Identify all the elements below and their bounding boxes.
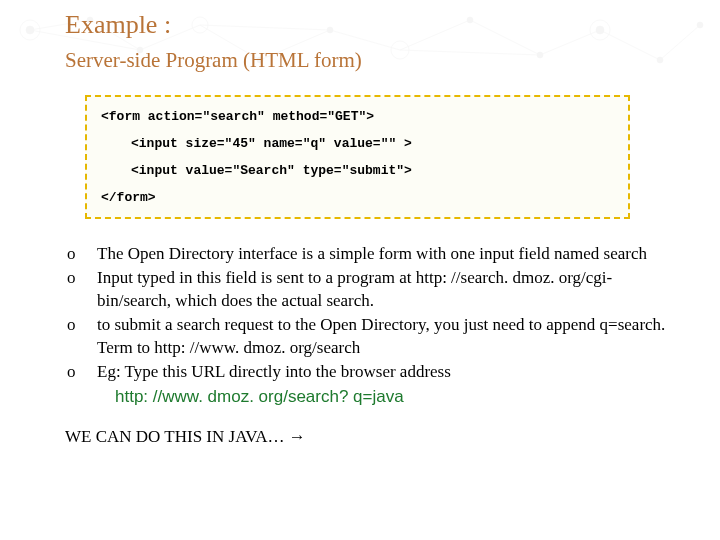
bullet-marker: o bbox=[65, 243, 97, 266]
subheading: Server-side Program (HTML form) bbox=[65, 48, 670, 73]
bullet-text-3: to submit a search request to the Open D… bbox=[97, 314, 670, 360]
bullet-text-1: The Open Directory interface is a simple… bbox=[97, 243, 670, 266]
code-line-2: <input size="45" name="q" value="" > bbox=[101, 136, 614, 151]
bullet-marker: o bbox=[65, 361, 97, 409]
example-heading: Example : bbox=[65, 10, 670, 40]
bullet-text-2: Input typed in this field is sent to a p… bbox=[97, 267, 670, 313]
bullet-text-4: Eg: Type this URL directly into the brow… bbox=[97, 362, 451, 381]
bullet-marker: o bbox=[65, 267, 97, 313]
list-item: o The Open Directory interface is a simp… bbox=[65, 243, 670, 266]
code-line-1: <form action="search" method="GET"> bbox=[101, 109, 614, 124]
bullet-list: o The Open Directory interface is a simp… bbox=[65, 243, 670, 409]
code-line-4: </form> bbox=[101, 190, 614, 205]
bullet-marker: o bbox=[65, 314, 97, 360]
list-item: o Eg: Type this URL directly into the br… bbox=[65, 361, 670, 409]
list-item: o to submit a search request to the Open… bbox=[65, 314, 670, 360]
closing-line: WE CAN DO THIS IN JAVA… → bbox=[65, 427, 670, 447]
example-url: http: //www. dmoz. org/search? q=java bbox=[97, 386, 670, 409]
code-box: <form action="search" method="GET"> <inp… bbox=[85, 95, 630, 219]
list-item: o Input typed in this field is sent to a… bbox=[65, 267, 670, 313]
code-line-3: <input value="Search" type="submit"> bbox=[101, 163, 614, 178]
